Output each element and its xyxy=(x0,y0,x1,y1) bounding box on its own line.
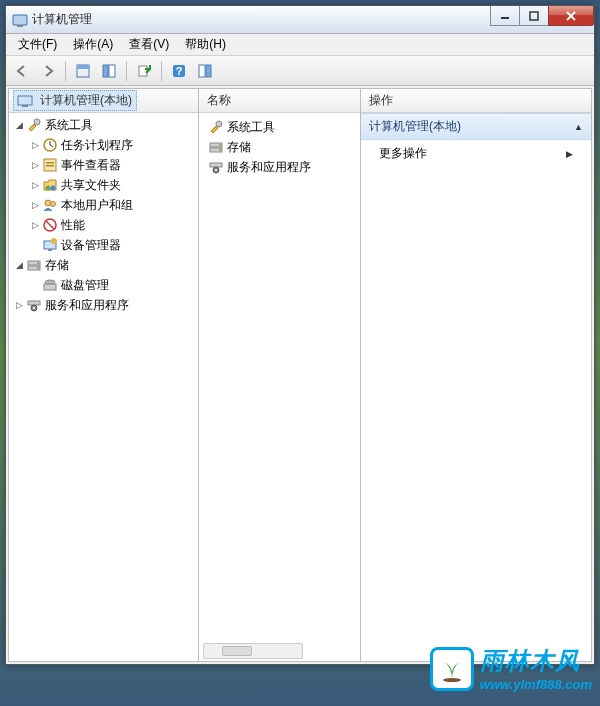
svg-rect-42 xyxy=(210,163,222,167)
tree-local-users[interactable]: ▷ 本地用户和组 xyxy=(11,195,196,215)
svg-point-22 xyxy=(45,200,51,206)
action-more[interactable]: 更多操作 ▶ xyxy=(361,140,591,167)
expander-icon[interactable]: ▷ xyxy=(29,220,41,230)
tree-pane-header: 计算机管理(本地) xyxy=(9,89,198,113)
list-item-storage[interactable]: 存储 xyxy=(201,137,358,157)
expander-icon[interactable]: ▷ xyxy=(29,140,41,150)
tree-label: 存储 xyxy=(45,257,69,274)
expander-icon[interactable]: ▷ xyxy=(29,160,41,170)
performance-icon xyxy=(42,217,58,233)
shared-folders-icon xyxy=(42,177,58,193)
system-tools-icon xyxy=(208,119,224,135)
event-viewer-icon xyxy=(42,157,58,173)
tree-root-selected[interactable]: 计算机管理(本地) xyxy=(13,90,137,111)
tree-label: 服务和应用程序 xyxy=(45,297,129,314)
menu-view[interactable]: 查看(V) xyxy=(121,34,177,55)
action-group-label: 计算机管理(本地) xyxy=(369,118,461,135)
tree-label: 事件查看器 xyxy=(61,157,121,174)
expander-icon[interactable]: ▷ xyxy=(29,200,41,210)
show-hide-tree-button[interactable] xyxy=(97,59,121,83)
tree-label: 任务计划程序 xyxy=(61,137,133,154)
svg-point-15 xyxy=(34,119,40,125)
list-item-label: 服务和应用程序 xyxy=(227,159,311,176)
watermark-url: www.ylmf888.com xyxy=(480,677,592,692)
svg-rect-1 xyxy=(17,25,23,27)
tree-label: 磁盘管理 xyxy=(61,277,109,294)
export-button[interactable] xyxy=(132,59,156,83)
svg-rect-5 xyxy=(77,65,89,69)
action-group-header[interactable]: 计算机管理(本地) ▲ xyxy=(361,113,591,140)
system-tools-icon xyxy=(26,117,42,133)
svg-rect-13 xyxy=(18,96,32,105)
collapse-icon[interactable]: ▲ xyxy=(574,122,583,132)
tree-shared-folders[interactable]: ▷ 共享文件夹 xyxy=(11,175,196,195)
computer-management-window: 计算机管理 文件(F) 操作(A) 查看(V) 帮助(H) ? 计算机管理(本地 xyxy=(5,5,595,665)
expander-icon[interactable]: ▷ xyxy=(29,180,41,190)
tree-services-apps[interactable]: ▷ 服务和应用程序 xyxy=(11,295,196,315)
window-title: 计算机管理 xyxy=(32,11,491,28)
tree-label: 性能 xyxy=(61,217,85,234)
tree-task-scheduler[interactable]: ▷ 任务计划程序 xyxy=(11,135,196,155)
horizontal-scrollbar[interactable] xyxy=(203,643,303,659)
tree-performance[interactable]: ▷ 性能 xyxy=(11,215,196,235)
svg-rect-12 xyxy=(206,65,211,77)
menu-help[interactable]: 帮助(H) xyxy=(177,34,234,55)
tree-system-tools[interactable]: ◢ 系统工具 xyxy=(11,115,196,135)
action-label: 更多操作 xyxy=(379,145,427,162)
maximize-button[interactable] xyxy=(519,6,549,26)
navigation-tree: ◢ 系统工具 ▷ 任务计划程序 ▷ 事件查看器 ▷ 共享文件夹 xyxy=(9,113,198,661)
list-header-name[interactable]: 名称 xyxy=(199,89,360,113)
toolbar-separator xyxy=(65,61,66,81)
svg-rect-32 xyxy=(44,284,56,290)
svg-rect-19 xyxy=(46,165,54,167)
svg-text:?: ? xyxy=(176,65,183,77)
tree-disk-management[interactable]: 磁盘管理 xyxy=(11,275,196,295)
clock-icon xyxy=(42,137,58,153)
svg-point-27 xyxy=(51,238,57,244)
forward-button[interactable] xyxy=(36,59,60,83)
svg-point-31 xyxy=(37,267,39,269)
svg-point-36 xyxy=(33,307,35,309)
svg-rect-3 xyxy=(530,12,538,20)
actions-pane: 操作 计算机管理(本地) ▲ 更多操作 ▶ xyxy=(361,89,591,661)
svg-point-44 xyxy=(215,169,217,171)
expander-icon[interactable]: ◢ xyxy=(13,260,25,270)
svg-point-41 xyxy=(219,149,221,151)
help-button[interactable]: ? xyxy=(167,59,191,83)
show-action-pane-button[interactable] xyxy=(193,59,217,83)
menu-action[interactable]: 操作(A) xyxy=(65,34,121,55)
list-pane: 名称 系统工具 存储 服务和应用程序 xyxy=(199,89,361,661)
back-button[interactable] xyxy=(10,59,34,83)
svg-rect-34 xyxy=(28,301,40,305)
toolbar-separator xyxy=(126,61,127,81)
toolbar: ? xyxy=(6,56,594,86)
services-apps-icon xyxy=(208,159,224,175)
svg-rect-8 xyxy=(139,66,147,76)
svg-point-20 xyxy=(46,186,51,191)
menubar: 文件(F) 操作(A) 查看(V) 帮助(H) xyxy=(6,34,594,56)
list-item-system-tools[interactable]: 系统工具 xyxy=(201,117,358,137)
list-item-label: 系统工具 xyxy=(227,119,275,136)
services-apps-icon xyxy=(26,297,42,313)
actions-header: 操作 xyxy=(361,89,591,113)
users-icon xyxy=(42,197,58,213)
expander-icon[interactable]: ◢ xyxy=(13,120,25,130)
svg-point-30 xyxy=(37,262,39,264)
actions-list: 计算机管理(本地) ▲ 更多操作 ▶ xyxy=(361,113,591,661)
list-item-label: 存储 xyxy=(227,139,251,156)
menu-file[interactable]: 文件(F) xyxy=(10,34,65,55)
tree-device-manager[interactable]: 设备管理器 xyxy=(11,235,196,255)
titlebar[interactable]: 计算机管理 xyxy=(6,6,594,34)
window-buttons xyxy=(491,6,594,26)
svg-point-40 xyxy=(219,144,221,146)
tree-event-viewer[interactable]: ▷ 事件查看器 xyxy=(11,155,196,175)
up-button[interactable] xyxy=(71,59,95,83)
list-item-services-apps[interactable]: 服务和应用程序 xyxy=(201,157,358,177)
svg-rect-6 xyxy=(103,65,108,77)
scrollbar-thumb[interactable] xyxy=(222,646,252,656)
tree-storage[interactable]: ◢ 存储 xyxy=(11,255,196,275)
close-button[interactable] xyxy=(548,6,594,26)
expander-icon[interactable]: ▷ xyxy=(13,300,25,310)
minimize-button[interactable] xyxy=(490,6,520,26)
app-icon xyxy=(12,12,28,28)
